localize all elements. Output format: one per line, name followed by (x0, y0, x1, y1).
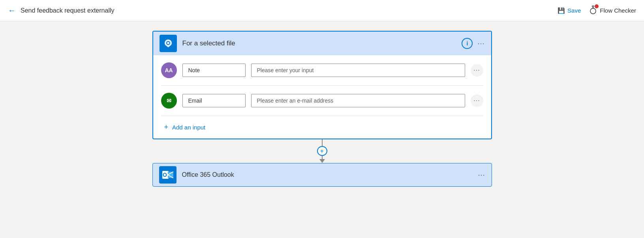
card-header-title: For a selected file (182, 39, 462, 47)
note-row: AA Note Please enter your input ··· (153, 55, 491, 85)
outlook-title: Office 365 Outlook (182, 171, 478, 178)
outlook-card: O Office 365 Outlook ··· (152, 163, 492, 187)
svg-text:O: O (163, 172, 167, 178)
card-header: For a selected file i ··· (153, 32, 491, 55)
connector-line-top (322, 139, 323, 146)
error-dot (595, 4, 599, 8)
page-title: Send feedback request externally (21, 7, 114, 14)
note-label-field[interactable]: Note (182, 64, 246, 77)
outlook-more-button[interactable]: ··· (478, 171, 485, 179)
svg-point-0 (590, 8, 596, 14)
email-icon: ✉ (167, 97, 171, 104)
connector-line-bottom (322, 156, 323, 159)
top-bar-right: 💾 Save Flow Checker (558, 6, 636, 15)
email-avatar: ✉ (161, 93, 177, 109)
back-button[interactable]: ← (8, 6, 16, 15)
email-value-field[interactable]: Please enter an e-mail address (251, 94, 465, 107)
connector: + (317, 139, 327, 163)
card-header-icon (160, 35, 177, 52)
svg-point-2 (592, 6, 594, 7)
save-icon: 💾 (558, 7, 565, 14)
add-input-label: Add an input (172, 124, 205, 131)
note-avatar: AA (161, 62, 177, 78)
add-step-button[interactable]: + (317, 146, 327, 156)
outlook-icon: O (159, 166, 176, 184)
connector-arrow (319, 159, 325, 163)
email-row: ✉ Email Please enter an e-mail address ·… (153, 86, 491, 116)
flow-checker-icon (589, 6, 597, 15)
flow-checker-button[interactable]: Flow Checker (589, 6, 636, 15)
card-header-actions: i ··· (462, 38, 484, 49)
top-bar-left: ← Send feedback request externally (8, 6, 114, 15)
info-button[interactable]: i (462, 38, 473, 49)
save-button[interactable]: 💾 Save (558, 7, 581, 14)
card-body: AA Note Please enter your input ··· ✉ Em… (153, 55, 491, 139)
trigger-card: For a selected file i ··· AA Note Please… (152, 31, 492, 139)
card-more-button[interactable]: ··· (477, 39, 484, 48)
note-row-menu[interactable]: ··· (471, 64, 483, 77)
note-value-field[interactable]: Please enter your input (251, 64, 465, 77)
add-plus-icon: + (164, 123, 169, 131)
canvas: For a selected file i ··· AA Note Please… (0, 21, 644, 238)
add-input-button[interactable]: + Add an input (153, 116, 491, 139)
email-row-menu[interactable]: ··· (471, 94, 483, 107)
email-label-field[interactable]: Email (182, 94, 246, 107)
svg-rect-6 (168, 172, 173, 178)
save-label: Save (567, 7, 581, 14)
flow-checker-label: Flow Checker (600, 7, 636, 14)
top-bar: ← Send feedback request externally 💾 Sav… (0, 0, 644, 21)
